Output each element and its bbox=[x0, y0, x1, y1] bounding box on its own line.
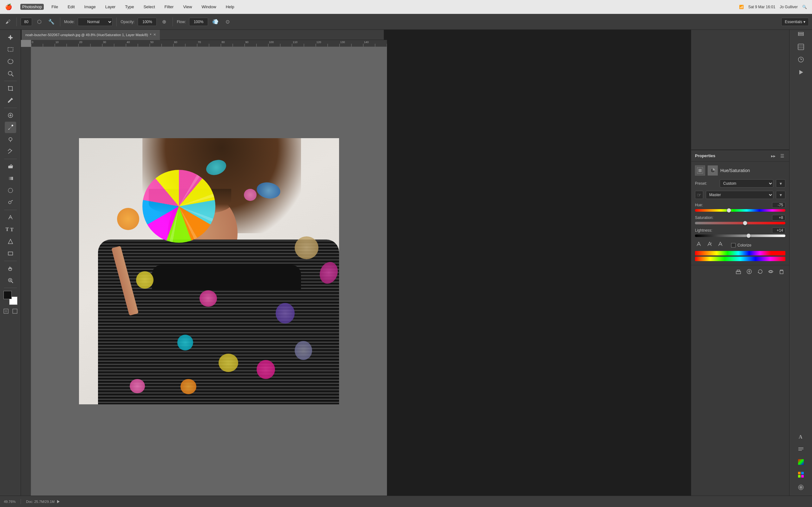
tool-rectangle-shape[interactable] bbox=[5, 248, 16, 259]
menu-type[interactable]: Type bbox=[123, 4, 136, 10]
view-previous-btn[interactable] bbox=[745, 268, 753, 275]
tool-spot-healing[interactable] bbox=[5, 110, 16, 121]
image-canvas[interactable] bbox=[31, 47, 387, 496]
lightness-slider-track[interactable] bbox=[695, 234, 785, 237]
colorize-label: Colorize bbox=[738, 243, 751, 247]
menu-select[interactable]: Select bbox=[142, 4, 157, 10]
channel-select[interactable]: Master Reds Yellows Greens Cyans Blues M… bbox=[706, 191, 773, 199]
right-panel-layers-icon[interactable] bbox=[795, 29, 807, 40]
foreground-background-colors[interactable] bbox=[3, 291, 17, 305]
photo-content bbox=[79, 138, 339, 404]
tool-text[interactable]: T T bbox=[5, 224, 16, 235]
saturation-slider-thumb[interactable] bbox=[743, 221, 747, 225]
tool-hand[interactable] bbox=[5, 263, 16, 274]
foreground-color-swatch[interactable] bbox=[3, 291, 12, 299]
status-play-btn[interactable] bbox=[57, 500, 60, 503]
channel-menu-icon[interactable]: ▾ bbox=[776, 191, 785, 199]
colorize-row: Colorize bbox=[731, 243, 751, 247]
menu-view[interactable]: View bbox=[181, 4, 194, 10]
screen-mode-icon[interactable] bbox=[11, 307, 19, 315]
hue-slider-track[interactable] bbox=[695, 209, 785, 212]
tool-clone-stamp[interactable] bbox=[5, 134, 16, 145]
svg-rect-47 bbox=[798, 459, 804, 465]
panel-expand-btn[interactable]: ▸▸ bbox=[770, 153, 776, 159]
svg-point-53 bbox=[800, 486, 802, 489]
menu-help[interactable]: Help bbox=[224, 4, 236, 10]
right-panel-swatches-icon[interactable] bbox=[795, 469, 807, 481]
preset-select[interactable]: Custom Default Cyanotype Increase Satura… bbox=[720, 179, 773, 187]
tool-crop[interactable] bbox=[5, 83, 16, 94]
svg-rect-32 bbox=[780, 271, 783, 274]
hand-target-icon[interactable]: ☞ bbox=[695, 191, 703, 199]
sample-eyedropper-btn[interactable] bbox=[695, 240, 703, 248]
panel-menu-btn[interactable]: ☰ bbox=[779, 153, 785, 159]
saturation-value[interactable]: +8 bbox=[772, 215, 785, 221]
brush-options-icon[interactable]: ⬡ bbox=[35, 17, 44, 26]
right-panel-char-icon[interactable]: A bbox=[795, 431, 807, 442]
apple-menu[interactable]: 🍎 bbox=[5, 3, 12, 10]
brush-settings-icon[interactable]: 🔧 bbox=[47, 17, 56, 26]
menu-window[interactable]: Window bbox=[200, 4, 218, 10]
right-panel-channels-icon[interactable] bbox=[795, 41, 807, 53]
menu-edit[interactable]: Edit bbox=[66, 4, 77, 10]
tool-move[interactable] bbox=[5, 32, 16, 43]
top-toolbar: 🖌 80 ⬡ 🔧 Mode: Normal Dissolve Multiply … bbox=[0, 14, 812, 30]
adjustment-icon[interactable] bbox=[708, 165, 718, 176]
mode-select[interactable]: Normal Dissolve Multiply Screen bbox=[78, 18, 113, 26]
menu-filter[interactable]: Filter bbox=[163, 4, 176, 10]
layer-mask-icon[interactable] bbox=[695, 165, 705, 176]
add-to-sample-btn[interactable]: + bbox=[706, 240, 713, 248]
right-panel-color-icon[interactable] bbox=[795, 456, 807, 468]
svg-text:+: + bbox=[710, 241, 712, 245]
delete-adjustment-btn[interactable] bbox=[778, 268, 785, 275]
opacity-input[interactable]: 100% bbox=[138, 18, 157, 26]
right-panel-actions-icon[interactable] bbox=[795, 66, 807, 78]
preset-menu-icon[interactable]: ▾ bbox=[776, 179, 785, 187]
hue-value[interactable]: -75 bbox=[772, 202, 785, 208]
tool-quick-selection[interactable] bbox=[5, 68, 16, 79]
lightness-value[interactable]: +14 bbox=[772, 228, 785, 233]
tool-eyedropper[interactable] bbox=[5, 95, 16, 106]
flow-input[interactable]: 100% bbox=[189, 18, 208, 26]
panel-bottom-icons bbox=[691, 265, 789, 278]
menu-file[interactable]: File bbox=[49, 4, 60, 10]
lightness-slider-thumb[interactable] bbox=[746, 233, 751, 238]
tool-blur[interactable] bbox=[5, 185, 16, 196]
brush-size-input[interactable]: 80 bbox=[20, 18, 32, 26]
tool-zoom[interactable] bbox=[5, 275, 16, 286]
search-icon[interactable]: 🔍 bbox=[802, 5, 807, 9]
properties-panel-title: Properties bbox=[695, 153, 768, 158]
colorize-checkbox[interactable] bbox=[731, 243, 735, 247]
doc-size-item[interactable]: Doc: 25.7M/29.1M bbox=[26, 500, 60, 504]
datetime: Sat 9 Mar 16:01 bbox=[748, 5, 775, 9]
saturation-slider-track[interactable] bbox=[695, 222, 785, 224]
clip-to-layer-btn[interactable] bbox=[734, 268, 742, 275]
extra-icon[interactable]: ⊙ bbox=[223, 17, 232, 26]
visibility-btn[interactable] bbox=[767, 268, 774, 275]
tool-dodge[interactable] bbox=[5, 197, 16, 208]
hue-slider-thumb[interactable] bbox=[727, 208, 731, 213]
quick-mask-icon[interactable] bbox=[2, 307, 10, 315]
right-panel-styles-icon[interactable] bbox=[795, 482, 807, 493]
subtract-from-sample-btn[interactable]: - bbox=[716, 240, 724, 248]
tab-close-button[interactable]: ✕ bbox=[153, 33, 156, 37]
tool-eraser[interactable] bbox=[5, 161, 16, 172]
tool-gradient[interactable] bbox=[5, 173, 16, 184]
menu-layer[interactable]: Layer bbox=[103, 4, 118, 10]
tool-lasso[interactable] bbox=[5, 56, 16, 67]
svg-rect-0 bbox=[8, 48, 13, 51]
tool-rectangular-marquee[interactable] bbox=[5, 44, 16, 55]
menu-photoshop[interactable]: Photoshop bbox=[20, 4, 44, 10]
right-panel-history-icon[interactable] bbox=[795, 54, 807, 65]
airbrush-icon[interactable]: 💨 bbox=[211, 17, 220, 26]
essentials-dropdown[interactable]: Essentials ▾ bbox=[781, 18, 809, 26]
tool-history-brush[interactable] bbox=[5, 146, 16, 157]
document-tab[interactable]: noah-buscher-502067-unsplash.jpg @ 49.8%… bbox=[21, 30, 160, 40]
reset-btn[interactable] bbox=[756, 268, 764, 275]
tool-pen[interactable] bbox=[5, 212, 16, 223]
tool-path-selection[interactable] bbox=[5, 236, 16, 247]
opacity-icon[interactable]: ⊕ bbox=[159, 17, 169, 26]
right-panel-paragraph-icon[interactable] bbox=[795, 444, 807, 455]
tool-brush[interactable] bbox=[5, 122, 16, 133]
menu-image[interactable]: Image bbox=[83, 4, 98, 10]
